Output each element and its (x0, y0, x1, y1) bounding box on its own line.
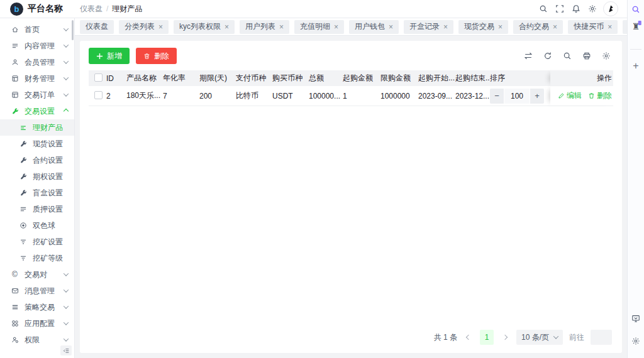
close-icon[interactable]: × (225, 23, 229, 31)
cell-annual-rate: 7 (163, 92, 199, 100)
sidebar-scrollbar[interactable] (72, 20, 74, 40)
tab-user-list[interactable]: 用户列表× (240, 20, 289, 34)
sidebar-item-blindbox-settings[interactable]: 盲盒设置 (0, 185, 74, 201)
col-id: ID (106, 74, 126, 83)
mail-icon (11, 287, 19, 295)
main-area: 仪表盘 分类列表× kyc列表权限× 用户列表× 充值明细× 用户钱包× 开盒记… (75, 18, 627, 358)
sidebar-item-contract-settings[interactable]: 合约设置 (0, 152, 74, 168)
row-delete-button[interactable]: 删除 (588, 90, 612, 101)
tab-category-list[interactable]: 分类列表× (119, 20, 169, 34)
settings-icon[interactable] (584, 1, 601, 17)
table-row: 2 180天乐... 7 200 比特币 USDT 100000... 1 10… (89, 86, 613, 106)
close-icon[interactable]: × (608, 23, 612, 31)
select-all-checkbox[interactable] (94, 73, 103, 82)
rail-add-icon[interactable]: + (633, 60, 638, 72)
tab-quick-buy[interactable]: 快捷买币× (568, 20, 618, 34)
sidebar-item-wealth-products[interactable]: 理财产品 (0, 119, 74, 136)
chevron-up-icon (64, 109, 69, 114)
tab-user-wallet[interactable]: 用户钱包× (349, 20, 399, 34)
sidebar-item-two-color-ball[interactable]: 双色球 (0, 217, 74, 234)
cell-start: 2023-09... (418, 92, 455, 100)
chevron-down-icon (64, 75, 69, 80)
fullscreen-icon[interactable] (552, 1, 568, 17)
sidebar-item-pledge-settings[interactable]: 质押设置 (0, 201, 74, 217)
delete-button[interactable]: 删除 (136, 48, 177, 64)
notification-icon[interactable] (568, 1, 584, 17)
row-checkbox[interactable] (94, 91, 103, 99)
sidebar-item-members[interactable]: 会员管理 (0, 54, 74, 70)
apps-icon (11, 320, 19, 327)
cell-id: 2 (106, 92, 126, 100)
close-icon[interactable]: × (334, 23, 338, 31)
sidebar-item-app-config[interactable]: 应用配置 (0, 315, 74, 332)
prev-page-button[interactable] (464, 332, 474, 342)
col-term-days: 期限(天) (199, 73, 236, 84)
add-button[interactable]: 新增 (89, 48, 130, 64)
breadcrumb-current: 理财产品 (112, 4, 142, 14)
breadcrumb-dashboard[interactable]: 仪表盘 (80, 4, 103, 14)
plus-icon[interactable]: + (530, 89, 544, 104)
sidebar-item-option-settings[interactable]: 期权设置 (0, 168, 74, 185)
edit-button[interactable]: 编辑 (558, 90, 582, 101)
rail-settings-icon[interactable] (631, 337, 640, 345)
sidebar-item-content[interactable]: 内容管理 (0, 38, 74, 54)
permission-icon (11, 336, 19, 344)
sidebar-item-mining-levels[interactable]: 挖矿等级 (0, 250, 74, 266)
platform-name: 平台名称 (28, 3, 63, 14)
swap-icon[interactable] (524, 52, 533, 60)
close-icon[interactable]: × (553, 23, 557, 31)
tab-kyc-list[interactable]: kyc列表权限× (174, 20, 235, 34)
right-rail: ♜ + (627, 0, 644, 358)
close-icon[interactable]: × (443, 23, 448, 31)
printer-icon[interactable] (582, 52, 591, 60)
sidebar-item-home[interactable]: 首页 (0, 21, 74, 38)
sidebar-item-strategy-trading[interactable]: 策略交易 (0, 299, 74, 315)
avatar[interactable] (603, 1, 618, 16)
filter-icon (19, 254, 27, 262)
tab-spot-trading[interactable]: 现货交易× (458, 20, 508, 34)
user-icon (11, 58, 19, 66)
sidebar-item-spot-settings[interactable]: 现货设置 (0, 136, 74, 152)
rail-monitor-icon[interactable] (631, 314, 640, 323)
tab-box-records[interactable]: 开盒记录× (404, 20, 453, 34)
sidebar-item-trading-pairs[interactable]: © 交易对 (0, 266, 74, 283)
tab-deposit-detail[interactable]: 充值明细× (294, 20, 344, 34)
goto-label: 前往 (569, 332, 584, 343)
sidebar-item-messages[interactable]: 消息管理 (0, 283, 74, 299)
minus-icon[interactable]: − (490, 89, 504, 104)
close-icon[interactable]: × (498, 23, 502, 31)
sort-value[interactable]: 100 (504, 89, 530, 104)
cell-buy-coin: USDT (272, 92, 309, 100)
tab-dashboard[interactable]: 仪表盘 (80, 20, 114, 34)
close-icon[interactable]: × (158, 23, 163, 31)
refresh-icon[interactable] (543, 52, 552, 60)
rail-extension-icon[interactable]: ♜ (632, 21, 640, 31)
rail-search-icon[interactable] (631, 5, 640, 14)
sidebar-item-finance[interactable]: 财务管理 (0, 70, 74, 87)
col-total: 总额 (309, 73, 343, 84)
logo[interactable]: b 平台名称 (0, 3, 75, 16)
close-icon[interactable]: × (389, 23, 393, 31)
settings-icon[interactable] (602, 52, 611, 60)
next-page-button[interactable] (500, 332, 510, 342)
sidebar-item-orders[interactable]: 交易订单 (0, 87, 74, 103)
sidebar-item-mining-settings[interactable]: 挖矿设置 (0, 234, 74, 250)
chevron-down-icon (64, 26, 69, 31)
page-size-select[interactable]: 10 条/页 (516, 330, 563, 345)
home-icon (11, 26, 19, 33)
wrench-icon (19, 140, 27, 148)
close-icon[interactable]: × (279, 23, 284, 31)
target-icon (19, 222, 27, 229)
search-icon[interactable] (535, 1, 552, 17)
list-icon (19, 205, 27, 213)
page-jump-input[interactable] (591, 330, 612, 345)
content-area: 新增 删除 (75, 36, 627, 358)
tab-contract-trading[interactable]: 合约交易× (513, 20, 563, 34)
collapse-sidebar-icon[interactable] (60, 345, 72, 355)
sidebar-item-trade-settings[interactable]: 交易设置 (0, 103, 74, 119)
search-icon[interactable] (563, 52, 572, 60)
data-table: ID 产品名称 年化率 期限(天) 支付币种 购买币种 总额 起购金额 限购金额… (89, 70, 613, 106)
page-number-button[interactable]: 1 (480, 330, 494, 345)
table-card: 新增 删除 (80, 41, 622, 353)
cell-product-name: 180天乐... (126, 90, 163, 101)
